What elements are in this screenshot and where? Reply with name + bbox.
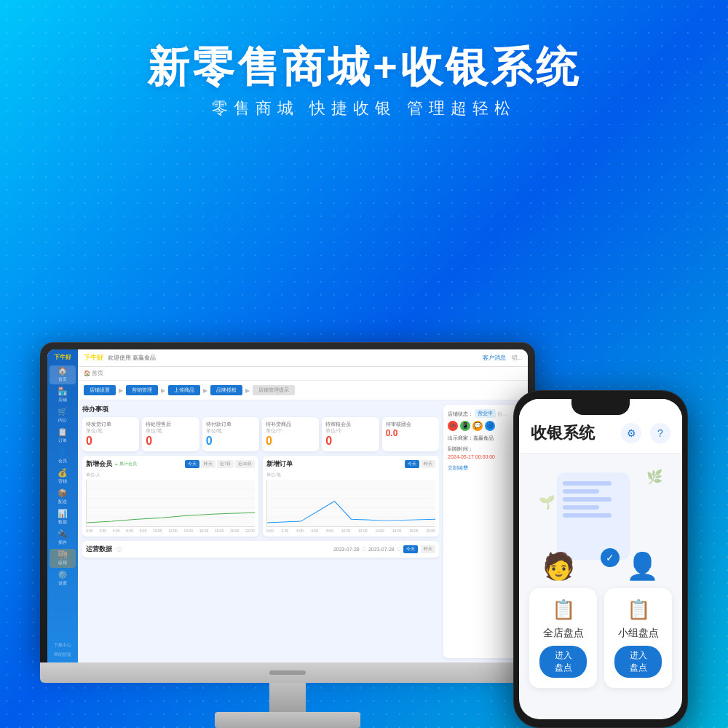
customer-message[interactable]: 客户消息	[483, 355, 506, 362]
sidebar-item-settings[interactable]: ⚙️ 设置	[50, 569, 76, 588]
phone-settings-icon[interactable]: ⚙	[621, 423, 641, 443]
phone-card-group-inventory: 📋 小组盘点 进入盘点	[604, 588, 672, 688]
phone-title: 收银系统	[531, 422, 595, 444]
ops-btn-today[interactable]: 今天	[403, 545, 418, 553]
order-y-label: 单位:笔	[266, 472, 435, 478]
sidebar-item-member[interactable]: 👤 会员	[50, 447, 76, 466]
monitor-stand	[40, 683, 535, 728]
order-btn-yesterday[interactable]: 昨天	[421, 460, 435, 468]
ops-title: 运营数据	[86, 545, 112, 554]
ops-btn-yesterday[interactable]: 昨天	[421, 545, 435, 553]
phone-help-icon[interactable]: ?	[650, 423, 670, 443]
order-chart-area	[266, 480, 435, 527]
member-btn-7days[interactable]: 近7日	[217, 460, 234, 468]
todo-card-ship-value: 0	[86, 435, 135, 448]
illus-figure-left: 🧑	[542, 551, 575, 582]
sidebar-label-order: 订单	[58, 438, 67, 444]
todo-card-aftersale-sub: 单位/笔	[146, 428, 195, 435]
todo-card-pay-title: 待付款订单	[206, 421, 256, 428]
ops-header: 运营数据 ⓘ 2023-07-28 □ 2023-07-28 □ 今天	[86, 545, 435, 554]
ops-date-range: 2023-07-28 □ 2023-07-28 □ 今天 昨天	[333, 545, 435, 553]
sidebar-item-home[interactable]: 🏠 首页	[50, 365, 76, 384]
illus-document	[557, 472, 630, 560]
todo-card-aftersale-title: 待处理售后	[146, 421, 195, 428]
full-inventory-btn[interactable]: 进入盘点	[539, 646, 587, 678]
phone-illustration: ✓ 🧑 👤 🌿 🌱	[519, 454, 682, 581]
todo-card-ship: 待发货订单 单位/笔 0	[82, 417, 139, 451]
sidebar-item-order[interactable]: 📋 订单	[50, 427, 76, 446]
order-btn-today[interactable]: 今天	[405, 460, 419, 468]
order-icon: 📋	[58, 427, 68, 437]
settings-icon: ⚙️	[58, 570, 68, 579]
sidebar-label-plugin: 插件	[58, 539, 67, 546]
app-icon: 🏬	[58, 550, 68, 559]
new-members-chart: 新增会员 累计会员 今天 昨天 近7日 近30日	[82, 456, 258, 537]
full-inventory-label: 全店盘点	[543, 627, 584, 640]
ops-date-end: 2023-07-28	[368, 547, 395, 552]
platform-icon-3: 💬	[472, 421, 483, 431]
delivery-icon: 📦	[58, 488, 68, 498]
sidebar-label-store: 店铺	[58, 397, 67, 403]
todo-card-ship-title: 待发货订单	[86, 421, 135, 428]
phone-card-full-inventory: 📋 全店盘点 进入盘点	[529, 588, 597, 688]
sidebar-item-store[interactable]: 🏪 店铺	[50, 386, 76, 405]
step-3[interactable]: 上传商品	[168, 385, 200, 395]
group-inventory-label: 小组盘点	[618, 627, 659, 640]
ops-date-start: 2023-07-28	[333, 547, 360, 552]
illus-line-3	[563, 497, 612, 502]
renew-text[interactable]: 立刻续费	[448, 465, 468, 470]
sidebar-item-app[interactable]: 🏬 应用	[50, 549, 76, 568]
sidebar-item-product[interactable]: 🛒 内公	[50, 406, 76, 425]
sidebar-item-marketing[interactable]: 💰 营销	[50, 467, 76, 486]
sidebar-item-plugin[interactable]: 🔌 插件	[50, 529, 76, 547]
member-btn-yesterday[interactable]: 昨天	[201, 460, 215, 468]
illus-leaf-1: 🌿	[646, 469, 662, 485]
todo-section: 待办事项 待发货订单 单位/笔 0 待处理售后	[82, 405, 439, 451]
monitor-neck	[269, 683, 306, 712]
new-orders-title: 新增订单	[266, 459, 293, 469]
header-nav2[interactable]: 切...	[512, 355, 522, 362]
step-arrow-4: ▶	[245, 387, 250, 394]
marketing-icon: 💰	[58, 468, 68, 478]
store-status-extra: 自...	[497, 410, 507, 418]
illus-line-1	[563, 481, 612, 486]
todo-card-stock-value: 0	[266, 435, 315, 448]
admin-logo: 下牛好	[54, 354, 71, 361]
member-btn-today[interactable]: 今天	[185, 460, 199, 468]
renew-link[interactable]: 立刻续费	[448, 464, 519, 472]
plugin-icon: 🔌	[58, 529, 68, 539]
sidebar-item-delivery[interactable]: 📦 配送	[50, 488, 76, 507]
step-1[interactable]: 店铺设置	[84, 385, 116, 395]
group-inventory-btn[interactable]: 进入盘点	[614, 646, 662, 678]
phone-notch	[571, 399, 630, 415]
step-4[interactable]: 品牌授权	[210, 385, 242, 395]
new-orders-chart: 新增订单 今天 昨天 单位:笔	[263, 456, 439, 537]
charts-row: 新增会员 累计会员 今天 昨天 近7日 近30日	[82, 456, 439, 537]
admin-left-column: 待办事项 待发货订单 单位/笔 0 待处理售后	[82, 405, 439, 658]
ops-info-icon: ⓘ	[116, 546, 122, 553]
store-icon: 🏪	[58, 387, 68, 396]
sidebar-label-member: 会员	[58, 458, 67, 464]
step-2[interactable]: 营销管理	[126, 385, 158, 395]
todo-cards: 待发货订单 单位/笔 0 待处理售后 单位/笔 0	[82, 417, 439, 451]
illus-leaf-2: 🌱	[539, 494, 555, 510]
sidebar-item-data[interactable]: 📊 数据	[50, 508, 76, 527]
group-inventory-icon: 📋	[627, 598, 650, 621]
help-label: 帮助答疑	[52, 650, 73, 660]
store-name-row: 出示商家：嘉贏食品	[448, 434, 519, 442]
illus-line-4	[563, 505, 599, 510]
sidebar-label-marketing: 营销	[58, 478, 67, 485]
admin-header-right: 客户消息 切...	[483, 355, 522, 362]
sidebar-label-home: 首页	[58, 376, 67, 383]
admin-welcome-text: 欢迎使用 嘉贏食品	[108, 355, 156, 362]
todo-card-member-value: 0	[325, 435, 375, 448]
todo-card-member-sub: 单位/个	[325, 428, 375, 435]
breadcrumb: 🏠 首页	[78, 367, 528, 381]
phone-header-icons: ⚙ ?	[621, 423, 670, 443]
todo-card-aftersale-value: 0	[146, 435, 195, 448]
todo-card-ship-sub: 单位/笔	[86, 428, 135, 435]
platform-icon-2: 📱	[460, 421, 470, 431]
member-btn-30days[interactable]: 近30日	[235, 460, 255, 468]
step-5[interactable]: 店铺管理提示	[253, 385, 295, 395]
member-chart-btns: 今天 昨天 近7日 近30日	[185, 460, 255, 468]
